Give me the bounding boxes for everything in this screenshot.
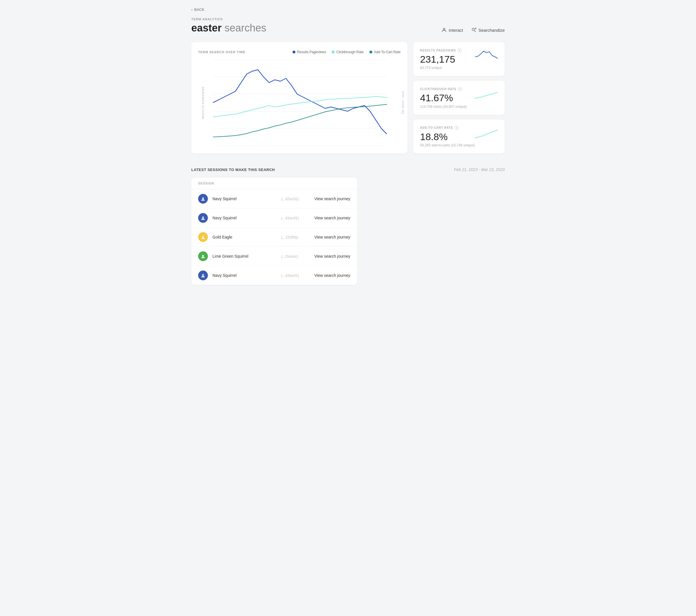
- view-journey-btn-2[interactable]: View search journey: [314, 216, 350, 220]
- legend-item-pageviews: Results Pageviews: [292, 50, 326, 54]
- session-id-5: (...62ec91): [281, 273, 310, 278]
- searchandize-icon: [471, 27, 477, 33]
- y-axis-right-label: CTR - ATCR (%): [401, 91, 404, 114]
- info-icon-pageviews[interactable]: i: [458, 48, 462, 52]
- table-header: SESSION: [191, 178, 357, 189]
- stat-label-atcr: ADD-TO-CART RATE i: [420, 126, 475, 130]
- info-icon-ctr[interactable]: i: [458, 87, 462, 91]
- table-row: Navy Squirrel (...62ec91) View search jo…: [191, 266, 357, 285]
- table-row: Lime Green Squirrel (...f3ea4c) View sea…: [191, 247, 357, 266]
- session-id-2: (...62ec91): [281, 216, 310, 220]
- interact-label: Interact: [449, 28, 463, 33]
- legend-dot-pageviews: [292, 51, 295, 53]
- chart-svg: 20k 15k 10k 5k 0 1.2 0.9 0.6 0.3 0 Feb 2…: [213, 60, 387, 145]
- sessions-table: SESSION Navy Squirrel (...62ec91) View s…: [191, 178, 357, 285]
- stat-sub-pageviews: 83,773 unique: [420, 66, 475, 70]
- stat-value-ctr: 41.67%: [420, 93, 475, 103]
- sparkline-ctr: [475, 87, 498, 101]
- main-grid: TERM SEARCH OVER TIME Results Pageviews …: [191, 42, 505, 154]
- sessions-header: LATEST SESSIONS TO MAKE THIS SEARCH Feb …: [191, 167, 505, 172]
- session-id-3: (...153f5b): [281, 235, 310, 239]
- page-header: TERM ANALYTICS easter searches Interact: [191, 17, 505, 34]
- stat-sub-ctr: 114,708 clicks (34,907 unique): [420, 105, 475, 109]
- stat-value-pageviews: 231,175: [420, 54, 475, 65]
- legend-item-atcr: Add-To-Cart Rate: [369, 50, 401, 54]
- svg-line-2: [474, 31, 476, 32]
- avatar-navy-squirrel-1: [198, 194, 208, 204]
- table-row: Gold Eagle (...153f5b) View search journ…: [191, 228, 357, 247]
- page-title: easter searches: [191, 22, 266, 34]
- chart-area: 20k 15k 10k 5k 0 1.2 0.9 0.6 0.3 0 Feb 2…: [213, 60, 387, 145]
- interact-button[interactable]: Interact: [441, 27, 463, 33]
- view-journey-btn-3[interactable]: View search journey: [314, 235, 350, 239]
- session-name-2: Navy Squirrel: [212, 216, 276, 220]
- legend-label-ctr: Clickthrough Rate: [336, 50, 363, 54]
- svg-point-23: [202, 197, 204, 199]
- session-name-5: Navy Squirrel: [212, 273, 276, 278]
- stat-card-pageviews: RESULTS PAGEVIEWS i 231,175 83,773 uniqu…: [413, 42, 505, 76]
- stat-card-pageviews-content: RESULTS PAGEVIEWS i 231,175 83,773 uniqu…: [420, 48, 475, 70]
- legend-label-pageviews: Results Pageviews: [297, 50, 326, 54]
- legend-dot-atcr: [369, 51, 372, 53]
- legend-label-atcr: Add-To-Cart Rate: [374, 50, 401, 54]
- y-axis-left-label: RESULTS PAGEVIEWS: [202, 86, 204, 119]
- session-name-3: Gold Eagle: [212, 235, 276, 239]
- sparkline-pageviews: [475, 48, 498, 63]
- person-icon: [441, 27, 447, 33]
- stat-sub-atcr: 56,265 add-to-carts (15,748 unique): [420, 143, 475, 147]
- info-icon-atcr[interactable]: i: [455, 126, 459, 130]
- session-id-1: (...62ec91): [281, 197, 310, 201]
- searchandize-label: Searchandize: [478, 28, 505, 33]
- avatar-lime-squirrel: [198, 251, 208, 261]
- avatar-navy-squirrel-3: [198, 270, 208, 280]
- stat-card-atcr: ADD-TO-CART RATE i 18.8% 56,265 add-to-c…: [413, 120, 505, 154]
- svg-point-27: [202, 274, 204, 276]
- sessions-date-range: Feb 21, 2023 - Mar 23, 2023: [454, 167, 505, 172]
- sparkline-atcr: [475, 126, 498, 140]
- back-label: BACK: [194, 7, 204, 12]
- stat-label-pageviews: RESULTS PAGEVIEWS i: [420, 48, 475, 52]
- svg-point-1: [472, 28, 474, 31]
- svg-point-0: [443, 28, 445, 30]
- table-row: Navy Squirrel (...62ec91) View search jo…: [191, 208, 357, 228]
- session-name-4: Lime Green Squirrel: [212, 254, 276, 258]
- title-bold: easter: [191, 22, 222, 34]
- chart-card: TERM SEARCH OVER TIME Results Pageviews …: [191, 42, 408, 154]
- stat-card-ctr: CLICKTHROUGH RATE i 41.67% 114,708 click…: [413, 81, 505, 115]
- view-journey-btn-5[interactable]: View search journey: [314, 273, 350, 278]
- svg-point-26: [202, 255, 204, 256]
- stat-card-ctr-content: CLICKTHROUGH RATE i 41.67% 114,708 click…: [420, 87, 475, 108]
- stats-column: RESULTS PAGEVIEWS i 231,175 83,773 uniqu…: [413, 42, 505, 154]
- table-row: Navy Squirrel (...62ec91) View search jo…: [191, 189, 357, 208]
- stat-label-ctr: CLICKTHROUGH RATE i: [420, 87, 475, 91]
- title-group: TERM ANALYTICS easter searches: [191, 17, 266, 34]
- chart-legend: Results Pageviews Clickthrough Rate Add-…: [292, 50, 401, 54]
- back-link[interactable]: ‹ BACK: [191, 7, 204, 12]
- sessions-title: LATEST SESSIONS TO MAKE THIS SEARCH: [191, 168, 275, 172]
- avatar-navy-squirrel-2: [198, 213, 208, 223]
- legend-dot-ctr: [332, 51, 335, 53]
- view-journey-btn-1[interactable]: View search journey: [314, 196, 350, 201]
- chart-title: TERM SEARCH OVER TIME: [198, 50, 246, 54]
- chart-header: TERM SEARCH OVER TIME Results Pageviews …: [198, 50, 401, 54]
- title-light: searches: [222, 22, 266, 34]
- term-analytics-label: TERM ANALYTICS: [191, 17, 266, 21]
- back-chevron-icon: ‹: [191, 7, 192, 12]
- session-name-1: Navy Squirrel: [212, 196, 276, 201]
- stat-card-atcr-content: ADD-TO-CART RATE i 18.8% 56,265 add-to-c…: [420, 126, 475, 147]
- sessions-section: LATEST SESSIONS TO MAKE THIS SEARCH Feb …: [191, 167, 505, 285]
- svg-point-25: [202, 236, 204, 237]
- svg-point-24: [202, 217, 204, 218]
- column-label-session: SESSION: [198, 181, 214, 185]
- session-id-4: (...f3ea4c): [281, 254, 310, 258]
- header-actions: Interact Searchandize: [441, 27, 505, 34]
- avatar-gold-eagle: [198, 232, 208, 242]
- searchandize-button[interactable]: Searchandize: [471, 27, 505, 33]
- stat-value-atcr: 18.8%: [420, 131, 475, 142]
- view-journey-btn-4[interactable]: View search journey: [314, 254, 350, 258]
- legend-item-ctr: Clickthrough Rate: [332, 50, 363, 54]
